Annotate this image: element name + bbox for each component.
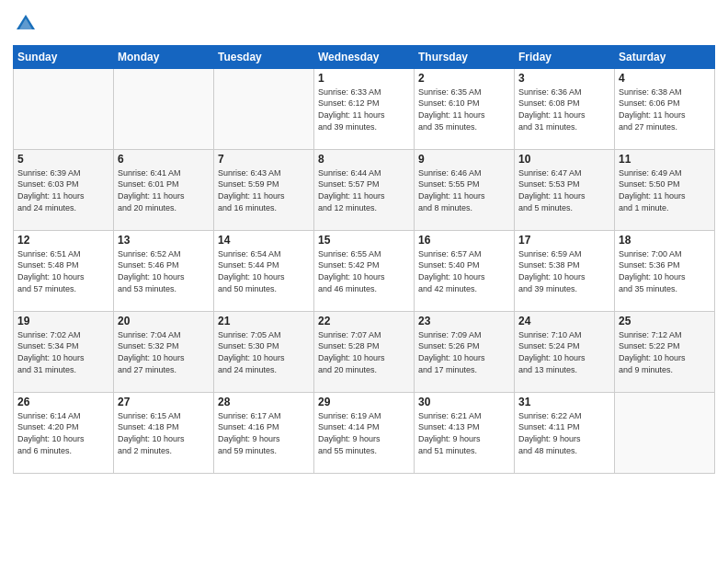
day-info: Sunrise: 6:51 AMSunset: 5:48 PMDaylight:… xyxy=(17,248,109,294)
day-info: Sunrise: 6:46 AMSunset: 5:55 PMDaylight:… xyxy=(418,167,510,213)
day-cell: 27Sunrise: 6:15 AMSunset: 4:18 PMDayligh… xyxy=(114,392,214,473)
day-number: 1 xyxy=(318,72,410,85)
day-info: Sunrise: 6:19 AMSunset: 4:14 PMDaylight:… xyxy=(318,410,410,456)
day-info: Sunrise: 7:10 AMSunset: 5:24 PMDaylight:… xyxy=(518,329,610,375)
day-info: Sunrise: 6:14 AMSunset: 4:20 PMDaylight:… xyxy=(17,410,109,456)
day-cell: 2Sunrise: 6:35 AMSunset: 6:10 PMDaylight… xyxy=(415,68,515,149)
day-number: 21 xyxy=(218,315,310,327)
day-number: 12 xyxy=(17,234,109,247)
day-number: 3 xyxy=(518,72,610,85)
day-cell: 10Sunrise: 6:47 AMSunset: 5:53 PMDayligh… xyxy=(515,149,615,230)
day-number: 8 xyxy=(318,153,410,166)
day-cell: 14Sunrise: 6:54 AMSunset: 5:44 PMDayligh… xyxy=(214,230,314,311)
day-number: 22 xyxy=(318,315,410,327)
day-info: Sunrise: 6:21 AMSunset: 4:13 PMDaylight:… xyxy=(418,410,510,456)
day-info: Sunrise: 6:33 AMSunset: 6:12 PMDaylight:… xyxy=(318,86,410,132)
day-info: Sunrise: 6:38 AMSunset: 6:06 PMDaylight:… xyxy=(619,86,711,132)
day-info: Sunrise: 7:00 AMSunset: 5:36 PMDaylight:… xyxy=(619,248,711,294)
day-cell xyxy=(214,68,314,149)
day-cell: 16Sunrise: 6:57 AMSunset: 5:40 PMDayligh… xyxy=(415,230,515,311)
page: SundayMondayTuesdayWednesdayThursdayFrid… xyxy=(0,0,728,563)
day-info: Sunrise: 6:36 AMSunset: 6:08 PMDaylight:… xyxy=(518,86,610,132)
day-number: 13 xyxy=(118,234,210,247)
day-info: Sunrise: 6:35 AMSunset: 6:10 PMDaylight:… xyxy=(418,86,510,132)
day-cell: 20Sunrise: 7:04 AMSunset: 5:32 PMDayligh… xyxy=(114,311,214,392)
day-info: Sunrise: 6:43 AMSunset: 5:59 PMDaylight:… xyxy=(218,167,310,213)
day-cell: 1Sunrise: 6:33 AMSunset: 6:12 PMDaylight… xyxy=(314,68,415,149)
day-number: 28 xyxy=(218,396,310,408)
day-cell: 31Sunrise: 6:22 AMSunset: 4:11 PMDayligh… xyxy=(515,392,615,473)
day-number: 26 xyxy=(17,396,109,408)
day-number: 16 xyxy=(418,234,510,247)
day-number: 9 xyxy=(418,153,510,166)
day-cell: 23Sunrise: 7:09 AMSunset: 5:26 PMDayligh… xyxy=(415,311,515,392)
logo-icon xyxy=(15,13,37,35)
day-header-monday: Monday xyxy=(114,45,214,68)
day-cell: 5Sunrise: 6:39 AMSunset: 6:03 PMDaylight… xyxy=(14,149,114,230)
day-number: 5 xyxy=(17,153,109,166)
day-cell: 6Sunrise: 6:41 AMSunset: 6:01 PMDaylight… xyxy=(114,149,214,230)
day-info: Sunrise: 6:22 AMSunset: 4:11 PMDaylight:… xyxy=(518,410,610,456)
day-info: Sunrise: 7:09 AMSunset: 5:26 PMDaylight:… xyxy=(418,329,510,375)
day-number: 25 xyxy=(619,315,711,327)
day-info: Sunrise: 6:47 AMSunset: 5:53 PMDaylight:… xyxy=(518,167,610,213)
week-row-4: 26Sunrise: 6:14 AMSunset: 4:20 PMDayligh… xyxy=(14,392,715,473)
day-number: 29 xyxy=(318,396,410,408)
day-info: Sunrise: 6:54 AMSunset: 5:44 PMDaylight:… xyxy=(218,248,310,294)
day-header-friday: Friday xyxy=(515,45,615,68)
day-number: 4 xyxy=(619,72,711,85)
day-cell: 19Sunrise: 7:02 AMSunset: 5:34 PMDayligh… xyxy=(14,311,114,392)
day-info: Sunrise: 6:41 AMSunset: 6:01 PMDaylight:… xyxy=(118,167,210,213)
day-cell: 25Sunrise: 7:12 AMSunset: 5:22 PMDayligh… xyxy=(615,311,715,392)
day-info: Sunrise: 6:59 AMSunset: 5:38 PMDaylight:… xyxy=(518,248,610,294)
day-info: Sunrise: 6:55 AMSunset: 5:42 PMDaylight:… xyxy=(318,248,410,294)
week-row-3: 19Sunrise: 7:02 AMSunset: 5:34 PMDayligh… xyxy=(14,311,715,392)
day-info: Sunrise: 6:52 AMSunset: 5:46 PMDaylight:… xyxy=(118,248,210,294)
day-cell: 12Sunrise: 6:51 AMSunset: 5:48 PMDayligh… xyxy=(14,230,114,311)
day-header-sunday: Sunday xyxy=(14,45,114,68)
day-info: Sunrise: 6:49 AMSunset: 5:50 PMDaylight:… xyxy=(619,167,711,213)
day-header-wednesday: Wednesday xyxy=(314,45,415,68)
day-number: 19 xyxy=(17,315,109,327)
day-info: Sunrise: 6:57 AMSunset: 5:40 PMDaylight:… xyxy=(418,248,510,294)
day-cell: 8Sunrise: 6:44 AMSunset: 5:57 PMDaylight… xyxy=(314,149,415,230)
day-number: 10 xyxy=(518,153,610,166)
day-number: 7 xyxy=(218,153,310,166)
day-cell: 26Sunrise: 6:14 AMSunset: 4:20 PMDayligh… xyxy=(14,392,114,473)
day-cell xyxy=(615,392,715,473)
day-cell: 18Sunrise: 7:00 AMSunset: 5:36 PMDayligh… xyxy=(615,230,715,311)
day-cell: 15Sunrise: 6:55 AMSunset: 5:42 PMDayligh… xyxy=(314,230,415,311)
day-number: 24 xyxy=(518,315,610,327)
day-number: 18 xyxy=(619,234,711,247)
week-row-0: 1Sunrise: 6:33 AMSunset: 6:12 PMDaylight… xyxy=(14,68,715,149)
day-cell: 17Sunrise: 6:59 AMSunset: 5:38 PMDayligh… xyxy=(515,230,615,311)
day-number: 30 xyxy=(418,396,510,408)
day-header-row: SundayMondayTuesdayWednesdayThursdayFrid… xyxy=(14,45,715,68)
day-info: Sunrise: 7:12 AMSunset: 5:22 PMDaylight:… xyxy=(619,329,711,375)
day-cell xyxy=(14,68,114,149)
day-number: 31 xyxy=(518,396,610,408)
day-number: 17 xyxy=(518,234,610,247)
day-cell: 11Sunrise: 6:49 AMSunset: 5:50 PMDayligh… xyxy=(615,149,715,230)
day-cell: 7Sunrise: 6:43 AMSunset: 5:59 PMDaylight… xyxy=(214,149,314,230)
day-cell: 4Sunrise: 6:38 AMSunset: 6:06 PMDaylight… xyxy=(615,68,715,149)
day-number: 20 xyxy=(118,315,210,327)
day-header-thursday: Thursday xyxy=(415,45,515,68)
day-cell: 3Sunrise: 6:36 AMSunset: 6:08 PMDaylight… xyxy=(515,68,615,149)
day-cell: 9Sunrise: 6:46 AMSunset: 5:55 PMDaylight… xyxy=(415,149,515,230)
logo xyxy=(13,13,37,40)
day-info: Sunrise: 6:17 AMSunset: 4:16 PMDaylight:… xyxy=(218,410,310,456)
day-header-tuesday: Tuesday xyxy=(214,45,314,68)
day-number: 27 xyxy=(118,396,210,408)
day-cell: 28Sunrise: 6:17 AMSunset: 4:16 PMDayligh… xyxy=(214,392,314,473)
day-cell: 21Sunrise: 7:05 AMSunset: 5:30 PMDayligh… xyxy=(214,311,314,392)
calendar: SundayMondayTuesdayWednesdayThursdayFrid… xyxy=(13,45,715,474)
day-info: Sunrise: 6:15 AMSunset: 4:18 PMDaylight:… xyxy=(118,410,210,456)
day-number: 23 xyxy=(418,315,510,327)
day-info: Sunrise: 7:05 AMSunset: 5:30 PMDaylight:… xyxy=(218,329,310,375)
day-number: 6 xyxy=(118,153,210,166)
day-cell: 13Sunrise: 6:52 AMSunset: 5:46 PMDayligh… xyxy=(114,230,214,311)
day-info: Sunrise: 6:39 AMSunset: 6:03 PMDaylight:… xyxy=(17,167,109,213)
day-info: Sunrise: 7:07 AMSunset: 5:28 PMDaylight:… xyxy=(318,329,410,375)
day-info: Sunrise: 7:04 AMSunset: 5:32 PMDaylight:… xyxy=(118,329,210,375)
